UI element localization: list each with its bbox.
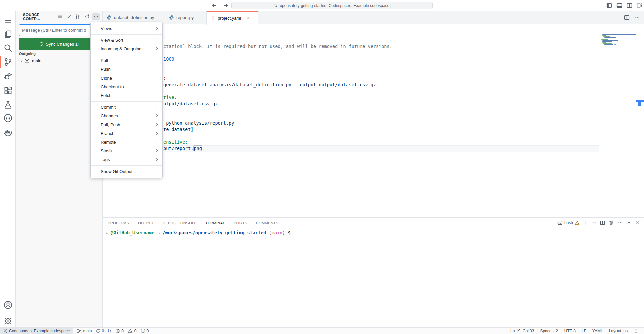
panel-tab-output[interactable]: OUTPUT xyxy=(138,219,154,227)
more-actions-icon[interactable] xyxy=(618,220,623,225)
menu-item-tags[interactable]: Tags xyxy=(91,155,162,164)
shell-selector[interactable]: bash xyxy=(557,220,580,225)
command-center-search[interactable]: opensafely-getting-started [Codespaces: … xyxy=(231,2,433,9)
scm-action-commit-check[interactable] xyxy=(65,13,72,20)
menu-item-pull[interactable]: Pull xyxy=(91,56,162,65)
menu-item-branch[interactable]: Branch xyxy=(91,129,162,138)
activity-item-settings[interactable] xyxy=(0,314,16,328)
split-terminal-icon[interactable] xyxy=(600,220,605,225)
menu-item-pull-push[interactable]: Pull, Push xyxy=(91,121,162,129)
split-editor-icon[interactable] xyxy=(627,3,632,8)
menu-item-remote[interactable]: Remote xyxy=(91,138,162,147)
menu-item-fetch[interactable]: Fetch xyxy=(91,91,162,100)
status-label: UTF-8 xyxy=(564,329,576,333)
menu-item-clone[interactable]: Clone xyxy=(91,74,162,83)
trash-icon[interactable] xyxy=(609,220,614,225)
activity-item-menu[interactable] xyxy=(0,14,16,28)
activity-item-source-control[interactable] xyxy=(0,55,16,69)
layout-controls xyxy=(606,0,642,11)
scm-action-view-as-list[interactable] xyxy=(56,13,63,20)
commit-message-input[interactable] xyxy=(19,24,100,36)
menu-item-stash[interactable]: Stash xyxy=(91,147,162,155)
scm-action-more-actions[interactable] xyxy=(92,13,100,20)
status-lf[interactable]: LF xyxy=(579,328,589,334)
editor-line: python analysis/report.py xyxy=(163,120,234,126)
menu-separator xyxy=(91,101,162,102)
menu-item-commit[interactable]: Commit xyxy=(91,103,162,112)
sidebar-title: SOURCE CONTR... xyxy=(23,13,56,21)
editor-line: ctation` block. It is required but not u… xyxy=(163,43,392,50)
activity-item-docker[interactable] xyxy=(0,126,16,140)
terminal-prompt-line[interactable]: @GitHub_Username → /workspaces/opensafel… xyxy=(106,230,296,236)
panel-tab-debug-console[interactable]: DEBUG CONSOLE xyxy=(162,219,197,227)
account-icon xyxy=(4,301,12,309)
activity-item-github[interactable] xyxy=(0,111,16,125)
status-remote[interactable]: Codespaces: Example codespace xyxy=(0,328,73,334)
outgoing-section-header[interactable]: Outgoing xyxy=(19,51,100,56)
status-error[interactable]: 0 xyxy=(113,328,126,334)
panel-tab-comments[interactable]: COMMENTS xyxy=(256,219,279,227)
arrow-left-icon[interactable] xyxy=(211,3,217,8)
menu-separator xyxy=(91,165,162,166)
panel-tab-ports[interactable]: PORTS xyxy=(233,219,248,227)
status-ln-19-col-33[interactable]: Ln 19, Col 33 xyxy=(507,328,537,334)
minimap[interactable] xyxy=(600,26,640,47)
sync-changes-label: Sync Changes 1↑ xyxy=(46,42,80,47)
chevron-up-icon[interactable] xyxy=(627,220,631,225)
status-warning[interactable]: 0 xyxy=(126,328,139,334)
menu-item-incoming-outgoing[interactable]: Incoming & Outgoing xyxy=(91,45,162,53)
panel-tab-terminal[interactable]: TERMINAL xyxy=(205,219,225,227)
status-utf-8[interactable]: UTF-8 xyxy=(561,328,579,334)
menu-item-push[interactable]: Push xyxy=(91,65,162,74)
menu-item-checkout-to-[interactable]: Checkout to... xyxy=(91,83,162,91)
status-label: Layout: us xyxy=(609,329,628,333)
activity-item-account[interactable] xyxy=(0,298,16,312)
menu-item-view-sort[interactable]: View & Sort xyxy=(91,36,162,45)
menu-item-changes[interactable]: Changes xyxy=(91,112,162,121)
status-spaces-2[interactable]: Spaces: 2 xyxy=(537,328,561,334)
split-editor-icon[interactable] xyxy=(624,15,630,20)
status-git-branch[interactable]: main xyxy=(75,328,94,334)
chevron-right-icon xyxy=(155,47,158,50)
menu-item-views[interactable]: Views xyxy=(91,24,162,33)
source-control-sidebar: SOURCE CONTR... Sync Changes 1↑ Outgoing… xyxy=(16,11,103,327)
layout-panel-icon[interactable] xyxy=(616,3,622,8)
chevron-right-icon[interactable] xyxy=(20,59,22,62)
status-sync[interactable]: 0↓ 1↑ xyxy=(94,328,113,334)
more-actions-icon[interactable] xyxy=(635,15,640,20)
source-control-context-menu: ViewsView & SortIncoming & OutgoingPullP… xyxy=(90,22,163,178)
sync-changes-button[interactable]: Sync Changes 1↑ xyxy=(19,38,100,50)
status-yaml[interactable]: YAML xyxy=(589,328,606,334)
tab-report-py[interactable]: report.py xyxy=(165,11,206,24)
status-label: 0 xyxy=(134,329,137,333)
docker-icon xyxy=(4,128,12,137)
panel-tab-problems[interactable]: PROBLEMS xyxy=(107,219,129,227)
chevron-down-icon[interactable] xyxy=(592,221,596,225)
status-bell[interactable] xyxy=(631,328,641,334)
customize-layout-icon[interactable] xyxy=(637,3,642,8)
arrow-right-icon[interactable] xyxy=(223,3,229,8)
close-icon[interactable]: × xyxy=(247,15,250,21)
create-branch-icon xyxy=(75,14,80,19)
outgoing-branch-row[interactable]: main xyxy=(16,57,103,64)
new-terminal-icon[interactable] xyxy=(583,220,588,225)
close-icon[interactable] xyxy=(635,220,640,225)
git-branch-icon xyxy=(77,329,82,333)
editor-pane[interactable]: ctation` block. It is required but not u… xyxy=(103,24,644,217)
status-radio-tower[interactable]: 0 xyxy=(139,328,151,334)
activity-item-explorer[interactable] xyxy=(0,27,16,41)
layout-sidebar-icon[interactable] xyxy=(606,3,612,8)
tab-project-yaml[interactable]: !project.yaml× xyxy=(206,11,258,25)
sidebar-header: SOURCE CONTR... xyxy=(16,11,102,22)
status-label: 0 xyxy=(147,329,149,333)
scm-action-create-branch[interactable] xyxy=(74,13,82,20)
tab-label: dataset_definition.py xyxy=(114,15,154,20)
activity-item-testing[interactable] xyxy=(0,98,16,112)
menu-item-show-git-output[interactable]: Show Git Output xyxy=(91,167,162,176)
status-layout-us[interactable]: Layout: us xyxy=(606,328,631,334)
activity-item-search[interactable] xyxy=(0,41,16,55)
terminal-cwd: /workspaces/opensafely-getting-started xyxy=(162,230,266,235)
activity-item-extensions[interactable] xyxy=(0,84,16,98)
activity-item-run-and-debug[interactable] xyxy=(0,69,16,83)
scm-action-refresh[interactable] xyxy=(83,13,91,20)
